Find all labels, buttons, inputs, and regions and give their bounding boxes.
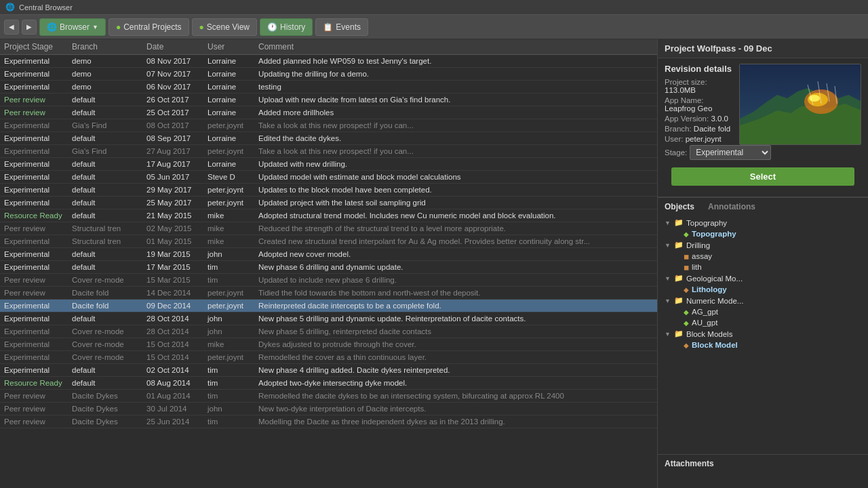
forward-button[interactable]: ▶ [22, 20, 37, 35]
stage-dropdown[interactable]: Experimental Peer review Resource Ready [690, 145, 771, 160]
toolbar: ◀ ▶ 🌐 Browser ▼ ● Central Projects ● Sce… [0, 15, 868, 39]
cell-user: peter.joynt [203, 184, 254, 197]
cell-branch: default [68, 312, 142, 325]
cell-comment: Adopted structural trend model. Includes… [254, 209, 657, 222]
cell-comment: Upload with new dacite from latest on Gi… [254, 94, 657, 106]
cell-comment: Updated model with estimate and block mo… [254, 171, 657, 184]
select-button[interactable]: Select [671, 167, 854, 186]
scene-view-button[interactable]: ● Scene View [192, 18, 257, 36]
table-row[interactable]: Experimental default 19 Mar 2015 john Ad… [0, 248, 657, 261]
table-row[interactable]: Experimental default 28 Oct 2014 john Ne… [0, 312, 657, 325]
cell-date: 07 Nov 2017 [142, 68, 203, 81]
cell-date: 27 Aug 2017 [142, 145, 203, 158]
table-row[interactable]: Experimental Cover re-mode 28 Oct 2014 j… [0, 325, 657, 338]
cell-date: 08 Nov 2017 [142, 55, 203, 68]
back-button[interactable]: ◀ [4, 20, 19, 35]
scene-view-icon: ● [199, 22, 204, 32]
cell-user: john [203, 325, 254, 338]
cell-branch: Cover re-mode [68, 338, 142, 351]
cell-user: tim [203, 377, 254, 390]
tree-topography-item[interactable]: ◆ Topography [665, 228, 861, 239]
table-row[interactable]: Peer review Cover re-mode 15 Mar 2015 ti… [0, 274, 657, 287]
cell-comment: Updated with new drilling. [254, 158, 657, 171]
table-row[interactable]: Peer review Dacite Dykes 01 Aug 2014 tim… [0, 390, 657, 403]
tree-ag-gpt-item[interactable]: ◆ AG_gpt [665, 306, 861, 317]
table-row[interactable]: Peer review Dacite fold 14 Dec 2014 pete… [0, 287, 657, 300]
table-row[interactable]: Experimental Cover re-mode 15 Oct 2014 p… [0, 351, 657, 364]
cell-date: 06 Nov 2017 [142, 81, 203, 94]
cell-stage: Experimental [0, 81, 68, 94]
history-icon: 🕐 [267, 22, 277, 32]
cell-user: Lorraine [203, 68, 254, 81]
objects-tree[interactable]: ▼ 📁 Topography ◆ Topography ▼ 📁 Drilling… [658, 214, 868, 454]
table-row[interactable]: Experimental default 17 Mar 2015 tim New… [0, 261, 657, 274]
cell-user: mike [203, 209, 254, 222]
table-row[interactable]: Peer review Structural tren 02 May 2015 … [0, 222, 657, 235]
history-button[interactable]: 🕐 History [260, 18, 313, 36]
cell-user: peter.joynt [203, 351, 254, 364]
cell-stage: Peer review [0, 287, 68, 300]
cell-stage: Experimental [0, 197, 68, 209]
cell-stage: Peer review [0, 415, 68, 428]
cell-branch: Dacite fold [68, 300, 142, 312]
table-row[interactable]: Experimental default 29 May 2017 peter.j… [0, 184, 657, 197]
table-row[interactable]: Experimental Dacite fold 09 Dec 2014 pet… [0, 300, 657, 312]
history-panel[interactable]: Project Stage Branch Date User Comment E… [0, 39, 658, 488]
cell-user: peter.joynt [203, 197, 254, 209]
table-row[interactable]: Resource Ready default 08 Aug 2014 tim A… [0, 377, 657, 390]
table-row[interactable]: Experimental demo 06 Nov 2017 Lorraine t… [0, 81, 657, 94]
tree-numeric-model-group[interactable]: ▼ 📁 Numeric Mode... [665, 295, 861, 306]
ag-gpt-icon: ◆ [684, 308, 689, 316]
table-row[interactable]: Experimental default 17 Aug 2017 Lorrain… [0, 158, 657, 171]
tree-drilling-group[interactable]: ▼ 📁 Drilling [665, 239, 861, 251]
cell-comment: Adopted new cover model. [254, 248, 657, 261]
browser-icon: 🌐 [47, 22, 57, 32]
objects-tab[interactable]: Objects [665, 202, 694, 211]
table-row[interactable]: Peer review Dacite Dykes 30 Jul 2014 joh… [0, 403, 657, 415]
column-header-user: User [203, 39, 254, 55]
tree-au-gpt-item[interactable]: ◆ AU_gpt [665, 317, 861, 328]
cell-date: 08 Oct 2017 [142, 119, 203, 132]
table-row[interactable]: Experimental default 08 Sep 2017 Lorrain… [0, 132, 657, 145]
table-row[interactable]: Experimental Gia's Find 27 Aug 2017 pete… [0, 145, 657, 158]
cell-stage: Experimental [0, 55, 68, 68]
tree-expand-icon: ▼ [665, 242, 673, 249]
cell-branch: default [68, 261, 142, 274]
table-row[interactable]: Experimental Structural tren 01 May 2015… [0, 235, 657, 248]
au-gpt-icon: ◆ [684, 319, 689, 327]
table-row[interactable]: Peer review default 25 Oct 2017 Lorraine… [0, 106, 657, 119]
annotations-tab[interactable]: Annotations [708, 202, 755, 211]
events-button[interactable]: 📋 Events [315, 18, 368, 36]
table-row[interactable]: Experimental demo 07 Nov 2017 Lorraine U… [0, 68, 657, 81]
cell-user: john [203, 403, 254, 415]
cell-comment: Remodelled the dacite dykes to be an int… [254, 390, 657, 403]
table-row[interactable]: Peer review Dacite Dykes 25 Jun 2014 tim… [0, 415, 657, 428]
tree-block-model-item[interactable]: ◆ Block Model [665, 340, 861, 350]
tree-lithology-item[interactable]: ◆ Lithology [665, 284, 861, 295]
browser-dropdown-icon[interactable]: ▼ [92, 24, 98, 30]
table-row[interactable]: Experimental default 02 Oct 2014 tim New… [0, 364, 657, 377]
cell-comment: New phase 4 drilling added. Dacite dykes… [254, 364, 657, 377]
cell-branch: default [68, 158, 142, 171]
tree-assay-item[interactable]: ◼ assay [665, 251, 861, 262]
table-row[interactable]: Experimental default 25 May 2017 peter.j… [0, 197, 657, 209]
tree-geological-model-group[interactable]: ▼ 📁 Geological Mo... [665, 272, 861, 284]
tree-topography-group[interactable]: ▼ 📁 Topography [665, 217, 861, 228]
tree-block-models-group[interactable]: ▼ 📁 Block Models [665, 328, 861, 340]
table-row[interactable]: Experimental demo 08 Nov 2017 Lorraine A… [0, 55, 657, 68]
cell-stage: Experimental [0, 119, 68, 132]
titlebar: 🌐 Central Browser [0, 0, 868, 15]
cell-branch: Gia's Find [68, 119, 142, 132]
table-row[interactable]: Peer review default 26 Oct 2017 Lorraine… [0, 94, 657, 106]
central-projects-button[interactable]: ● Central Projects [108, 18, 189, 36]
browser-button[interactable]: 🌐 Browser ▼ [39, 18, 106, 36]
cell-comment: testing [254, 81, 657, 94]
table-row[interactable]: Experimental Gia's Find 08 Oct 2017 pete… [0, 119, 657, 132]
cell-stage: Peer review [0, 94, 68, 106]
tree-lith-item[interactable]: ◼ lith [665, 262, 861, 272]
cell-user: peter.joynt [203, 300, 254, 312]
table-row[interactable]: Experimental default 05 Jun 2017 Steve D… [0, 171, 657, 184]
table-row[interactable]: Experimental Cover re-mode 15 Oct 2014 m… [0, 338, 657, 351]
stage-row: Stage: Experimental Peer review Resource… [665, 145, 735, 160]
table-row[interactable]: Resource Ready default 21 May 2015 mike … [0, 209, 657, 222]
